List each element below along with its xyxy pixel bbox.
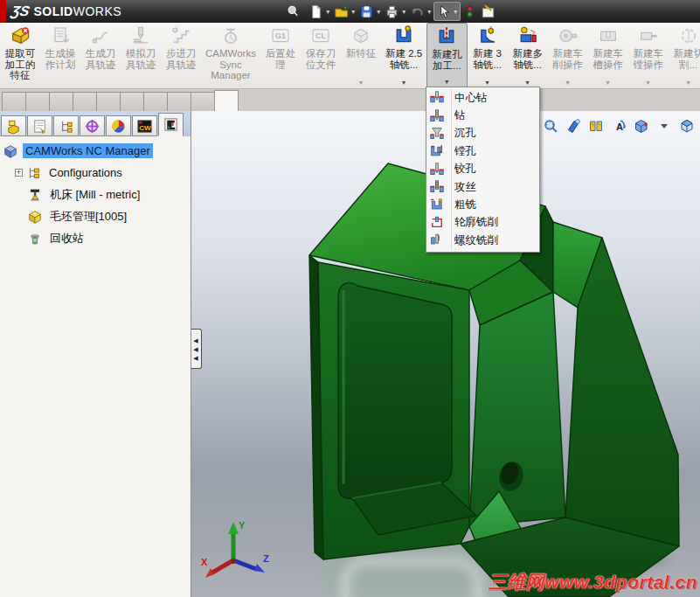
camworks-sync-manager-button[interactable]: CAMWorks Sync Manager — [201, 23, 260, 88]
tap-icon — [430, 180, 454, 194]
print-button[interactable]: ▾ — [383, 2, 408, 21]
tab-surfaces[interactable] — [49, 92, 73, 111]
menu-item-drill[interactable]: 钻 — [426, 107, 539, 124]
dropdown-caret[interactable]: ▾ — [426, 8, 433, 16]
new-hole-machining-button[interactable]: 新建孔 加工... ▾ — [426, 23, 468, 88]
camworks-feature-tree-tab[interactable] — [132, 115, 157, 136]
main-menu-bar — [134, 0, 281, 23]
dropdown-caret[interactable]: ▾ — [445, 78, 448, 87]
menu-item-bore[interactable]: 镗孔 — [426, 142, 539, 160]
generate-operation-plan-button[interactable]: 生成操 作计划 — [40, 23, 80, 88]
menu-item-ream[interactable]: 铰孔 — [426, 161, 539, 178]
new-feature-button[interactable]: 新特征 ▾ — [341, 23, 381, 88]
search-icon[interactable] — [286, 4, 300, 18]
displaymanager-tab[interactable] — [106, 115, 131, 136]
tab-dimxpert[interactable] — [143, 92, 168, 111]
dropdown-caret[interactable]: ▾ — [324, 8, 331, 16]
zoom-to-area-button[interactable] — [540, 116, 560, 135]
tr-box-icon — [3, 143, 23, 159]
new-groove-operation-button[interactable]: 新建车 槽操作 ▾ — [588, 23, 628, 88]
q-traffic-icon — [461, 3, 478, 20]
tab-weldments[interactable] — [73, 92, 97, 111]
ream-icon — [430, 163, 454, 177]
menu-item-thread-mill[interactable]: 螺纹铣削 — [426, 232, 539, 249]
open-button[interactable]: ▾ — [332, 2, 357, 21]
step-through-toolpath-button[interactable]: 步进刀 具轨迹 — [161, 23, 201, 88]
sync-icon — [219, 25, 242, 46]
generate-toolpath-button[interactable]: 生成刀 具轨迹 — [80, 23, 121, 88]
dimxpertmanager-tab[interactable] — [80, 115, 105, 136]
tree-item-stock-manager[interactable]: 毛坯管理[1005] — [3, 205, 191, 227]
step-icon — [170, 25, 192, 46]
tree-item-label: 毛坯管理[1005] — [47, 208, 129, 226]
section-view-button[interactable] — [563, 116, 583, 135]
dropdown-caret[interactable]: ▾ — [359, 79, 363, 87]
expand-toggle[interactable]: + — [15, 169, 23, 177]
tree-item-configurations[interactable]: + Configurations — [3, 162, 191, 184]
h-caret-icon — [655, 117, 673, 135]
command-button-label: 新建车 削操作 — [552, 48, 583, 70]
dropdown-caret[interactable]: ▾ — [375, 8, 382, 16]
dropdown-caret[interactable]: ▾ — [400, 8, 407, 16]
view-orientation-button[interactable] — [608, 116, 628, 135]
h-cube-icon — [678, 117, 696, 135]
groove-icon — [597, 25, 620, 46]
new-cut-operation-button[interactable]: 新建切 割... ▾ — [669, 23, 700, 88]
tab-sketch[interactable] — [25, 92, 50, 111]
tree-item-machine[interactable]: 机床 [Mill - metric] — [3, 184, 191, 205]
panel-collapse-handle[interactable]: ◀◀◀ — [191, 329, 202, 369]
undo-button[interactable]: ▾ — [408, 2, 433, 21]
dropdown-menu-item-label: 铰孔 — [454, 162, 476, 177]
dropdown-caret[interactable]: ▾ — [647, 79, 650, 87]
new-multi-axis-mill-button[interactable]: 新建多 轴铣... ▾ — [508, 23, 548, 88]
dropdown-caret[interactable]: ▾ — [606, 79, 610, 87]
tab-solidworks-addins[interactable] — [167, 92, 191, 111]
h-section-icon — [565, 117, 582, 135]
tab-camworks-workflow[interactable] — [191, 92, 215, 111]
new-turn-bore-operation-button[interactable]: 新建车 镗操作 ▾ — [628, 23, 669, 88]
new-3-axis-mill-button[interactable]: 新建 3 轴铣... ▾ — [468, 23, 508, 88]
camworks-operation-tree-tab[interactable] — [158, 113, 184, 136]
dropdown-caret[interactable]: ▾ — [402, 79, 405, 87]
propertymanager-tab[interactable] — [27, 115, 52, 136]
hide-show-items-button[interactable] — [586, 116, 606, 135]
solidworks-logo: ƷS SOLIDWORKS — [6, 0, 134, 23]
display-style-button[interactable] — [631, 116, 651, 135]
save-cl-file-button[interactable]: 保存刀 位文件 — [301, 23, 341, 88]
menu-item-contour-mill[interactable]: 轮廓铣削 — [426, 214, 539, 232]
menu-item-tap[interactable]: 攻丝 — [426, 178, 539, 196]
menu-item-rough-mill[interactable]: 粗铣 — [426, 196, 539, 213]
tree-item-nc-manager[interactable]: CAMWorks NC Manager — [3, 140, 191, 162]
sketch-button[interactable] — [479, 2, 497, 21]
rebuild-traffic-light-button[interactable] — [461, 2, 479, 21]
menu-item-center-drill[interactable]: 中心钻 — [426, 89, 539, 107]
tab-direct-editing[interactable] — [96, 92, 121, 111]
extract-icon — [9, 25, 31, 46]
triad-x-label: X — [201, 557, 208, 567]
command-button-label: 模拟刀 具轨迹 — [126, 48, 156, 70]
featuremanager-tab[interactable] — [1, 115, 26, 136]
new-25-axis-mill-button[interactable]: 新建 2.5 轴铣... ▾ — [381, 23, 426, 88]
select-button[interactable]: ▾ — [433, 2, 461, 21]
new-turn-operation-button[interactable]: 新建车 削操作 ▾ — [548, 23, 588, 88]
tab-camworks-2015[interactable] — [214, 90, 239, 111]
command-button-label: 后置处 理 — [266, 48, 296, 70]
tab-features[interactable] — [2, 92, 26, 111]
view-settings-button[interactable] — [676, 116, 697, 135]
extract-machinable-features-button[interactable]: 提取可 加工的 特征 — [0, 23, 40, 88]
dropdown-caret[interactable]: ▾ — [687, 79, 690, 87]
dropdown-caret[interactable]: ▾ — [566, 79, 570, 87]
save-button[interactable]: ▾ — [357, 2, 383, 21]
new-document-button[interactable]: ▾ — [307, 2, 332, 21]
q-select-icon — [435, 3, 452, 20]
display-style-caret[interactable] — [654, 116, 674, 135]
menu-item-counterbore[interactable]: 沉孔 — [426, 125, 539, 142]
configurationmanager-tab[interactable] — [53, 115, 79, 136]
dropdown-caret[interactable]: ▾ — [350, 8, 357, 16]
dropdown-caret[interactable]: ▾ — [452, 8, 459, 16]
post-process-button[interactable]: 后置处 理 — [260, 23, 301, 88]
tab-evaluate[interactable] — [120, 92, 144, 111]
thread-mill-icon — [430, 233, 454, 247]
tree-item-recycle-bin[interactable]: 回收站 — [3, 227, 191, 249]
simulate-toolpath-button[interactable]: 模拟刀 具轨迹 — [121, 23, 161, 88]
